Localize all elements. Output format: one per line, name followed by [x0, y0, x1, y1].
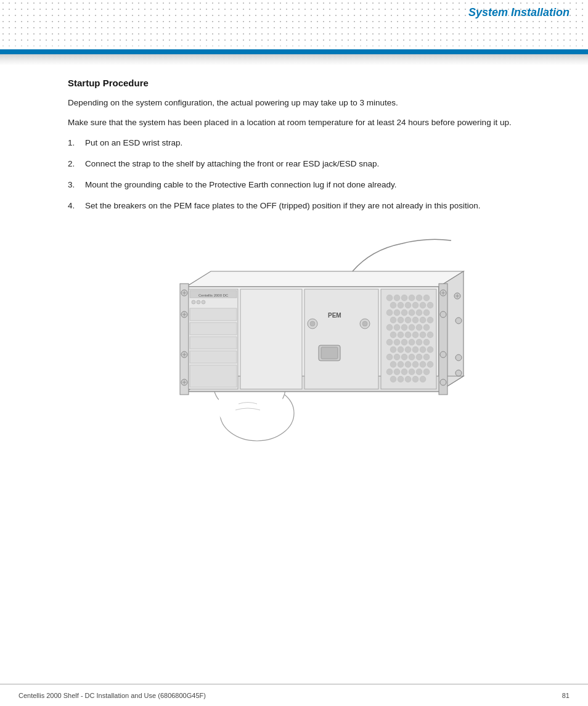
svg-rect-35 [190, 308, 237, 321]
svg-point-101 [401, 354, 407, 360]
gray-decorative-bar [0, 54, 588, 65]
svg-point-127 [455, 370, 462, 376]
svg-point-83 [405, 332, 411, 338]
header-title-area: System Installation [468, 6, 570, 19]
svg-point-95 [405, 347, 411, 353]
svg-rect-41 [304, 289, 378, 389]
svg-point-64 [394, 310, 400, 316]
svg-point-34 [202, 300, 205, 304]
svg-rect-37 [190, 337, 237, 349]
svg-point-57 [390, 302, 396, 308]
svg-point-51 [386, 295, 393, 301]
svg-point-121 [420, 376, 426, 382]
svg-point-97 [420, 347, 426, 353]
svg-point-118 [398, 376, 404, 382]
svg-point-113 [401, 369, 407, 375]
svg-point-56 [423, 295, 430, 301]
svg-point-111 [386, 369, 393, 375]
svg-point-93 [390, 347, 396, 353]
footer-page-number: 81 [562, 692, 570, 699]
svg-point-86 [427, 332, 433, 338]
step-text: Connect the strap to the shelf by attach… [85, 158, 539, 170]
svg-point-100 [394, 354, 400, 360]
svg-point-88 [394, 339, 400, 345]
svg-point-89 [401, 339, 407, 345]
svg-rect-44 [321, 347, 338, 359]
svg-point-76 [394, 324, 400, 330]
svg-point-78 [409, 324, 415, 330]
svg-point-63 [386, 310, 393, 316]
svg-point-48 [362, 321, 367, 326]
device-svg: Centellis 2000 DC PEM [137, 225, 494, 447]
svg-rect-9 [180, 284, 189, 395]
svg-point-67 [416, 310, 422, 316]
section-heading: Startup Procedure [68, 78, 539, 88]
svg-point-120 [412, 376, 419, 382]
svg-rect-10 [439, 284, 447, 395]
page-title: System Installation [468, 6, 570, 18]
svg-point-58 [398, 302, 404, 308]
svg-point-103 [416, 354, 422, 360]
svg-point-92 [423, 339, 430, 345]
svg-point-55 [416, 295, 422, 301]
list-item: 3. Mount the grounding cable to the Prot… [68, 179, 539, 191]
svg-point-99 [386, 354, 393, 360]
svg-point-81 [390, 332, 396, 338]
svg-point-65 [401, 310, 407, 316]
shelf-body: Centellis 2000 DC PEM [180, 271, 463, 395]
svg-point-110 [427, 361, 433, 367]
svg-point-119 [405, 376, 411, 382]
svg-point-90 [409, 339, 415, 345]
svg-point-106 [398, 361, 404, 367]
svg-point-102 [409, 354, 415, 360]
svg-point-77 [401, 324, 407, 330]
svg-point-91 [416, 339, 422, 345]
svg-point-28 [440, 379, 446, 385]
svg-point-107 [405, 361, 411, 367]
svg-point-62 [427, 302, 433, 308]
svg-point-96 [412, 347, 419, 353]
svg-point-104 [423, 354, 430, 360]
steps-list: 1. Put on an ESD wrist strap. 2. Connect… [68, 137, 539, 213]
svg-point-70 [398, 317, 404, 323]
svg-point-82 [398, 332, 404, 338]
svg-point-69 [390, 317, 396, 323]
svg-point-71 [405, 317, 411, 323]
svg-rect-40 [240, 289, 302, 389]
svg-text:PEM: PEM [328, 312, 341, 319]
svg-point-87 [386, 339, 393, 345]
step-text: Put on an ESD wrist strap. [85, 137, 539, 149]
svg-point-73 [420, 317, 426, 323]
intro-paragraph-1: Depending on the system configuration, t… [68, 97, 539, 109]
step-number: 4. [68, 200, 85, 212]
svg-rect-38 [190, 351, 237, 363]
main-content: Startup Procedure Depending on the syste… [0, 65, 588, 496]
step-number: 1. [68, 137, 85, 149]
blue-accent-bar [0, 49, 588, 54]
svg-point-26 [440, 311, 446, 318]
step-number: 3. [68, 179, 85, 191]
svg-point-75 [386, 324, 393, 330]
svg-point-117 [390, 376, 396, 382]
svg-point-98 [427, 347, 433, 353]
step-text: Set the breakers on the PEM face plates … [85, 200, 539, 212]
list-item: 4. Set the breakers on the PEM face plat… [68, 200, 539, 212]
footer-left-text: Centellis 2000 Shelf - DC Installation a… [18, 692, 206, 699]
svg-point-33 [197, 300, 200, 304]
step-text: Mount the grounding cable to the Protect… [85, 179, 539, 191]
svg-point-46 [310, 321, 315, 326]
step-number: 2. [68, 158, 85, 170]
svg-rect-39 [190, 365, 237, 387]
svg-point-126 [455, 355, 462, 361]
svg-point-52 [394, 295, 400, 301]
svg-point-108 [412, 361, 419, 367]
svg-point-27 [440, 351, 446, 358]
svg-point-116 [423, 369, 430, 375]
svg-point-66 [409, 310, 415, 316]
svg-point-79 [416, 324, 422, 330]
svg-point-32 [192, 300, 195, 304]
svg-point-112 [394, 369, 400, 375]
svg-point-72 [412, 317, 419, 323]
svg-point-125 [455, 318, 462, 324]
list-item: 1. Put on an ESD wrist strap. [68, 137, 539, 149]
